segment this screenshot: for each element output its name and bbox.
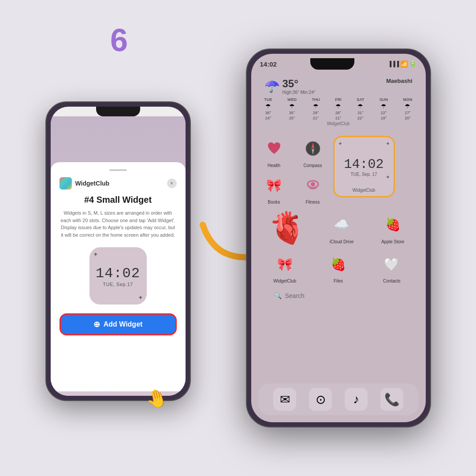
forecast-wed: WED ☂ 35° 25° [287, 97, 297, 120]
clock-date: TUE, Sep. 17 [350, 172, 377, 177]
left-phone: WidgetClub × #4 Small Widget Widgets in … [45, 101, 191, 401]
clock-sparkle-br: ✦ [386, 174, 390, 180]
weather-widget: ☂️ 35° High:36° Min:24° Maebashi TUE ☂ [258, 73, 419, 130]
health-app[interactable]: Health [258, 136, 290, 168]
health-icon [261, 136, 287, 161]
widgetclub-app-icon: 🎀 [272, 251, 298, 277]
wifi-icon: 📶 [400, 60, 408, 67]
left-notch [96, 107, 140, 116]
battery-icon: 🔋 [409, 60, 416, 67]
clock-sparkle-tl: ✦ [338, 141, 342, 147]
weather-detail: High:36° Min:24° [283, 90, 316, 95]
right-screen: 14:02 ▐▐▐ 📶 🔋 ☂️ 35° Hi [251, 54, 426, 422]
weather-widgetclub-label: WidgetClub [264, 121, 413, 126]
svg-point-5 [311, 182, 315, 186]
widget-sheet: WidgetClub × #4 Small Widget Widgets in … [51, 162, 186, 391]
contacts-app[interactable]: 🤍 Contacts [376, 251, 408, 283]
locket-icon: 🫀 [268, 210, 306, 246]
preview-date: TUE, Sep.17 [103, 282, 133, 287]
right-phone: 14:02 ▐▐▐ 📶 🔋 ☂️ 35° Hi [246, 48, 431, 428]
clock-time: 14:02 [344, 157, 383, 172]
left-bg: WidgetClub × #4 Small Widget Widgets in … [51, 116, 186, 396]
left-app-col: Health Compass [258, 136, 329, 205]
plus-icon: ⊕ [93, 320, 100, 329]
apple-store-app[interactable]: 🍓 Apple Store [377, 212, 409, 244]
weather-top: ☂️ 35° High:36° Min:24° Maebashi [264, 78, 413, 95]
preview-time: 14:02 [96, 265, 140, 282]
sparkle-br: ✦ [138, 294, 143, 301]
search-text: Search [285, 292, 305, 299]
icloud-icon: ☁️ [329, 212, 354, 238]
bottom-app-row: 🎀 WidgetClub 🍓 Files 🤍 Contacts [258, 251, 419, 283]
status-time: 14:02 [260, 60, 277, 68]
close-button[interactable]: × [167, 178, 177, 188]
forecast-sun: SUN ☂ 22° 19° [379, 97, 388, 120]
clock-widget[interactable]: ✦ ✦ 14:02 TUE, Sep. 17 ✦ WidgetClub [333, 136, 395, 197]
fitness-label: Fitness [305, 200, 320, 205]
sheet-handle [109, 169, 127, 171]
books-app[interactable]: 🎀 Books [258, 172, 290, 205]
health-compass-row: Health Compass [258, 136, 329, 168]
books-icon: 🎀 [261, 172, 287, 198]
forecast-thu: THU ☂ 29° 21° [312, 97, 320, 120]
app-clock-row: Health Compass [258, 136, 419, 205]
widgetclub-app-label: WidgetClub [273, 279, 296, 283]
apple-store-icon: 🍓 [380, 212, 405, 238]
clock-sparkle-tr: ✦ [386, 141, 390, 147]
sheet-title: #4 Small Widget [84, 195, 152, 205]
safari-dock-icon[interactable]: ⊙ [309, 388, 332, 411]
locket-app[interactable]: 🫀 [268, 210, 306, 246]
contacts-icon: 🤍 [379, 251, 405, 277]
contacts-label: Contacts [383, 279, 400, 283]
sheet-description: Widgets in S, M, L sizes are arranged in… [60, 209, 177, 238]
main-container: 6 WidgetClub × #4 Small Widget Widgets i… [0, 0, 476, 476]
signal-icon: ▐▐▐ [388, 61, 399, 67]
weather-info: 35° High:36° Min:24° [283, 78, 316, 95]
widget-preview: ✦ 14:02 TUE, Sep.17 ✦ [89, 247, 147, 305]
weather-icon: ☂️ [264, 79, 280, 93]
compass-svg [304, 140, 322, 157]
weather-location: Maebashi [386, 78, 412, 84]
search-icon: 🔍 [274, 292, 282, 299]
compass-label: Compass [303, 163, 322, 168]
forecast-tue: TUE ☂ 36° 24° [264, 97, 272, 120]
files-app[interactable]: 🍓 Files [322, 251, 354, 283]
widgetclub-icon [60, 177, 72, 190]
sparkle-tl: ✦ [93, 251, 98, 258]
files-label: Files [334, 279, 343, 283]
locket-row: 🫀 ☁️ iCloud Drive 🍓 Apple Store [258, 210, 419, 246]
files-icon: 🍓 [325, 251, 351, 277]
forecast-sat: SAT ☂ 31° 22° [357, 97, 364, 120]
forecast-mon: MON ☂ 27° 20° [403, 97, 412, 120]
home-content: ☂️ 35° High:36° Min:24° Maebashi TUE ☂ [251, 70, 426, 380]
app-name: WidgetClub [75, 180, 167, 187]
status-icons: ▐▐▐ 📶 🔋 [388, 60, 417, 67]
weather-main: ☂️ 35° High:36° Min:24° [264, 78, 316, 95]
music-dock-icon[interactable]: ♪ [345, 388, 368, 411]
mail-dock-icon[interactable]: ✉ [273, 388, 296, 411]
compass-icon [300, 136, 326, 161]
sheet-header: WidgetClub × [60, 177, 177, 190]
compass-app[interactable]: Compass [297, 136, 329, 168]
fitness-icon [300, 172, 326, 198]
dock: ✉ ⊙ ♪ 📞 [258, 383, 419, 415]
apple-store-label: Apple Store [381, 239, 404, 244]
weather-forecast: TUE ☂ 36° 24° WED ☂ 35° 25° THU [264, 97, 413, 120]
icloud-app[interactable]: ☁️ iCloud Drive [326, 212, 357, 244]
icloud-label: iCloud Drive [330, 239, 353, 244]
books-fitness-row: 🎀 Books [258, 172, 329, 205]
health-label: Health [268, 163, 280, 168]
books-label: Books [268, 200, 280, 205]
phone-dock-icon[interactable]: 📞 [380, 388, 403, 411]
fitness-svg [305, 177, 321, 193]
right-notch [310, 58, 354, 70]
add-widget-label: Add Widget [104, 320, 143, 328]
health-svg [265, 140, 283, 157]
weather-temp: 35° [283, 78, 316, 90]
step-number: 6 [110, 22, 128, 58]
fitness-app[interactable]: Fitness [297, 172, 329, 205]
search-bar[interactable]: 🔍 Search [267, 289, 410, 303]
add-widget-button[interactable]: ⊕ Add Widget [60, 313, 177, 335]
forecast-fri: FRI ☂ 26° 21° [335, 97, 342, 120]
widgetclub-app[interactable]: 🎀 WidgetClub [269, 251, 301, 283]
